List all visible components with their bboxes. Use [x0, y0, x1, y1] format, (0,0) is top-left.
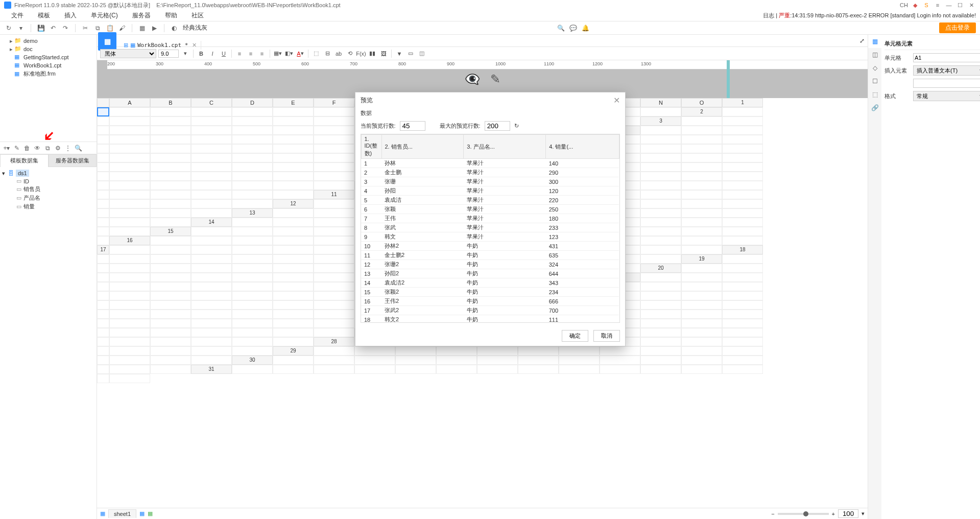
cell[interactable] [722, 162, 763, 172]
cell[interactable] [273, 337, 314, 346]
paste-icon[interactable]: 📋 [105, 23, 114, 33]
cell[interactable] [232, 190, 273, 199]
cell[interactable] [150, 328, 191, 337]
cell[interactable] [191, 300, 232, 310]
cell[interactable] [640, 310, 681, 319]
cell[interactable] [722, 356, 763, 365]
cell[interactable] [191, 227, 232, 236]
link-dataset-icon[interactable]: ⋮ [63, 144, 73, 153]
cell[interactable] [273, 144, 314, 153]
message-icon[interactable]: 💬 [569, 23, 578, 33]
cell[interactable] [681, 181, 722, 190]
cell[interactable] [109, 319, 150, 328]
cell[interactable] [232, 218, 273, 227]
cell[interactable] [354, 356, 395, 365]
text-icon[interactable]: ab [334, 49, 343, 58]
cell[interactable] [395, 356, 436, 365]
cell[interactable] [681, 264, 722, 273]
cell[interactable] [722, 218, 763, 227]
preview-col-header[interactable]: 2. 销售员... [381, 135, 464, 159]
cell[interactable] [640, 319, 681, 328]
format-painter-icon[interactable]: 🖌 [117, 23, 127, 33]
cell[interactable] [681, 162, 722, 172]
cell[interactable] [722, 172, 763, 181]
cell[interactable] [97, 365, 109, 374]
cell[interactable] [109, 264, 150, 273]
filter-icon[interactable]: ▼ [395, 49, 404, 58]
cell[interactable] [97, 254, 109, 264]
preview-row[interactable]: 15张颖2牛奶234 [361, 288, 619, 297]
cell[interactable] [273, 254, 314, 264]
cell[interactable] [191, 273, 232, 282]
cell[interactable] [150, 300, 191, 310]
cell[interactable] [722, 254, 763, 264]
preview-dataset-icon[interactable]: 👁 [33, 144, 42, 153]
layout-icon[interactable]: ◫ [417, 49, 426, 58]
column-header[interactable]: B [150, 98, 191, 107]
cell[interactable] [640, 328, 681, 337]
cell[interactable] [640, 126, 681, 135]
cell[interactable] [150, 190, 191, 199]
cell[interactable] [681, 236, 722, 245]
cell[interactable] [109, 181, 150, 190]
cell[interactable] [314, 328, 354, 337]
insert-type-select[interactable]: 插入普通文本(T) [913, 65, 980, 76]
cell[interactable] [477, 356, 518, 365]
cell[interactable] [273, 282, 314, 291]
hyperlink-tab-icon[interactable]: 🔗 [868, 101, 881, 114]
cell[interactable] [191, 337, 232, 346]
login-button[interactable]: 点击登录 [939, 22, 976, 33]
merge-icon[interactable]: ⬚ [312, 49, 321, 58]
column-header[interactable]: E [273, 98, 314, 107]
cell[interactable] [232, 328, 273, 337]
cell[interactable] [273, 319, 314, 328]
tab-template-dataset[interactable]: 模板数据集 [0, 154, 49, 167]
delete-dataset-icon[interactable]: 🗑 [22, 144, 32, 153]
cell[interactable] [232, 245, 273, 254]
cell[interactable] [97, 144, 109, 153]
cell[interactable] [109, 346, 150, 356]
cell[interactable] [273, 208, 314, 218]
cell[interactable] [232, 236, 273, 245]
cell[interactable] [640, 245, 681, 254]
preview-col-header[interactable]: 3. 产品名... [464, 135, 546, 159]
row-header[interactable]: 14 [191, 218, 232, 227]
dataset-field[interactable]: ▭销量 [2, 202, 94, 211]
cell[interactable] [314, 153, 354, 162]
cell[interactable] [314, 227, 354, 236]
cell[interactable] [97, 162, 109, 172]
row-header[interactable]: 15 [150, 227, 191, 236]
preview-row[interactable]: 10孙林2牛奶431 [361, 242, 619, 251]
cell[interactable] [150, 346, 191, 356]
cell[interactable] [640, 218, 681, 227]
cell[interactable] [559, 346, 600, 356]
cell[interactable] [97, 328, 109, 337]
cell[interactable] [191, 328, 232, 337]
cell[interactable] [109, 337, 150, 346]
cell[interactable] [232, 144, 273, 153]
cell[interactable] [109, 310, 150, 319]
border-icon[interactable]: ▦▾ [273, 49, 282, 58]
cell[interactable] [640, 199, 681, 208]
cell[interactable] [354, 365, 395, 374]
cell[interactable] [640, 190, 681, 199]
cell[interactable] [97, 236, 109, 245]
format-select[interactable]: 常规 [913, 91, 980, 101]
cell[interactable] [273, 135, 314, 144]
cell[interactable] [97, 264, 109, 273]
size-dropdown-icon[interactable]: ▾ [181, 49, 190, 58]
preview-row[interactable]: 16王伟2牛奶666 [361, 297, 619, 306]
dataset-tree[interactable]: ▾ 🗄 ds1 ▭ID▭销售员▭产品名▭销量 [0, 167, 97, 519]
cell[interactable] [314, 310, 354, 319]
row-header[interactable]: 16 [109, 236, 150, 245]
cell[interactable] [314, 181, 354, 190]
cell[interactable] [150, 264, 191, 273]
cell[interactable] [150, 144, 191, 153]
cell[interactable] [314, 319, 354, 328]
cell[interactable] [722, 319, 763, 328]
cell[interactable] [191, 144, 232, 153]
cell[interactable] [722, 236, 763, 245]
cell[interactable] [97, 273, 109, 282]
cell[interactable] [97, 291, 109, 300]
cell[interactable] [150, 356, 191, 365]
